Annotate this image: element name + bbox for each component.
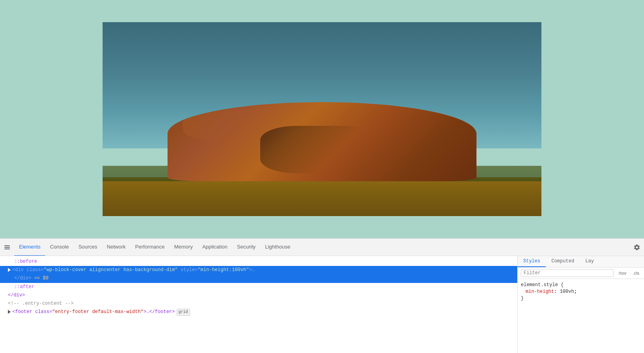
layout-badge: grid xyxy=(177,309,190,316)
tab-computed[interactable]: Computed xyxy=(546,256,580,267)
browser-viewport xyxy=(0,0,644,238)
panel-toggle-button[interactable] xyxy=(2,242,13,253)
rock-body xyxy=(168,102,476,181)
tab-elements[interactable]: Elements xyxy=(14,239,45,256)
html-line-close-dollar[interactable]: </div> == $0 xyxy=(0,274,517,283)
tab-console[interactable]: Console xyxy=(45,239,74,256)
settings-button[interactable] xyxy=(631,242,642,253)
css-selector: element.style { xyxy=(521,282,641,288)
html-line-div-cover[interactable]: <div class="wp-block-cover aligncenter h… xyxy=(0,266,517,274)
html-line-before[interactable]: ::before xyxy=(0,258,517,266)
cls-filter-button[interactable]: .cls xyxy=(631,270,641,276)
tab-lighthouse[interactable]: Lighthouse xyxy=(260,239,295,256)
styles-panel-tabs: Styles Computed Lay xyxy=(518,256,644,268)
devtools-tab-bar: Elements Console Sources Network Perform… xyxy=(0,239,644,256)
tab-security[interactable]: Security xyxy=(232,239,260,256)
hov-filter-button[interactable]: :hov xyxy=(617,270,628,276)
tab-memory[interactable]: Memory xyxy=(170,239,198,256)
ground-background xyxy=(103,177,541,216)
uluru-rock xyxy=(168,94,476,181)
devtools-panel: Elements Console Sources Network Perform… xyxy=(0,238,644,353)
svg-rect-2 xyxy=(4,249,10,249)
tab-sources[interactable]: Sources xyxy=(74,239,102,256)
rock-highlight xyxy=(183,110,276,142)
tab-layout[interactable]: Lay xyxy=(580,256,600,267)
html-line-close-div[interactable]: </div> xyxy=(0,291,517,300)
tab-network[interactable]: Network xyxy=(102,239,131,256)
styles-panel: Styles Computed Lay :hov .cls xyxy=(517,256,644,353)
css-rule-element-style: element.style { min-height: 100vh; } xyxy=(521,282,641,301)
tab-performance[interactable]: Performance xyxy=(130,239,169,256)
tab-styles[interactable]: Styles xyxy=(518,256,546,267)
css-property-line: min-height: 100vh; xyxy=(521,288,641,296)
styles-filter-bar: :hov .cls xyxy=(518,268,644,279)
elements-panel[interactable]: ::before <div class="wp-block-cover alig… xyxy=(0,256,517,353)
html-line-after[interactable]: ::after xyxy=(0,283,517,291)
webpage-image xyxy=(103,22,541,216)
devtools-content: ::before <div class="wp-block-cover alig… xyxy=(0,256,644,353)
svg-rect-0 xyxy=(4,245,10,246)
svg-rect-1 xyxy=(4,247,10,248)
styles-filter-input[interactable] xyxy=(521,269,614,277)
html-line-footer[interactable]: <footer class="entry-footer default-max-… xyxy=(0,308,517,316)
tab-application[interactable]: Application xyxy=(198,239,232,256)
rock-shadow xyxy=(260,126,384,173)
css-close-brace: } xyxy=(521,296,641,301)
expand-triangle-footer[interactable] xyxy=(8,310,11,314)
html-line-comment[interactable]: <!-- .entry-content --> xyxy=(0,300,517,308)
styles-content: element.style { min-height: 100vh; } xyxy=(518,279,644,353)
expand-triangle[interactable] xyxy=(8,268,11,272)
